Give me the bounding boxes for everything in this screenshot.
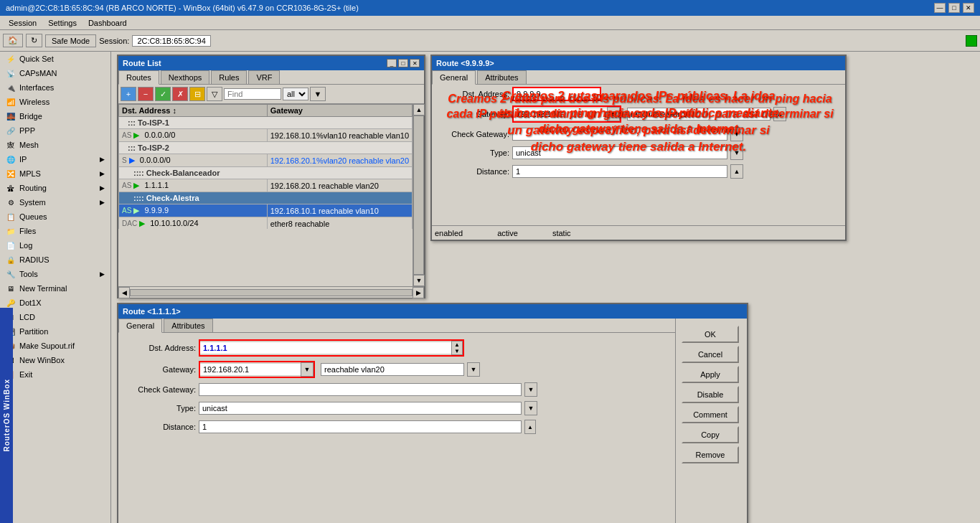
sidebar-item-log[interactable]: 📄 Log — [0, 238, 110, 253]
route-list-minimize[interactable]: _ — [387, 59, 397, 67]
check-gw-input-999[interactable] — [512, 128, 727, 141]
tab-nexthops[interactable]: Nexthops — [161, 70, 209, 84]
sidebar-item-interfaces[interactable]: 🔌 Interfaces — [0, 80, 110, 95]
home-button[interactable]: 🏠 — [3, 34, 23, 47]
title-bar-controls: — □ ✕ — [934, 3, 974, 13]
sidebar-item-quick-set[interactable]: ⚡ Quick Set — [0, 52, 110, 66]
sidebar-item-partition[interactable]: 💾 Partition — [0, 324, 110, 339]
sidebar-item-radius[interactable]: 🔒 RADIUS — [0, 253, 110, 267]
hscroll-track[interactable] — [130, 289, 413, 296]
refresh-button[interactable]: ↻ — [26, 34, 42, 47]
table-row[interactable]: AS ▶ 1.1.1.1 192.168.20.1 reachable vlan… — [119, 179, 413, 192]
gateway-right-1111[interactable] — [321, 363, 464, 376]
route-list-maximize[interactable]: □ — [398, 59, 408, 67]
table-row[interactable]: DAC ▶ 10.10.10.0/24 ether8 reachable — [119, 217, 413, 230]
copy-button[interactable]: Copy — [682, 426, 739, 443]
sidebar-item-capsman[interactable]: 📡 CAPsMAN — [0, 66, 110, 80]
sidebar-item-wireless[interactable]: 📶 Wireless — [0, 95, 110, 109]
route-list-close[interactable]: ✕ — [410, 59, 420, 67]
gateway-combo-1111[interactable]: ▼ — [301, 362, 314, 377]
disable-route-button[interactable]: ✗ — [172, 87, 188, 101]
ok-button[interactable]: OK — [682, 326, 739, 343]
sidebar-label-new-terminal: New Terminal — [19, 284, 67, 293]
gateway-input-1111[interactable] — [200, 364, 301, 375]
table-row[interactable]: ::: To-ISP-2 — [119, 142, 413, 154]
sidebar-item-bridge[interactable]: 🌉 Bridge — [0, 109, 110, 123]
sidebar-label-ip: IP — [19, 155, 27, 164]
apply-button[interactable]: Apply — [682, 366, 739, 383]
sidebar-item-make-supout[interactable]: 📦 Make Supout.rif — [0, 339, 110, 353]
dst-address-input-999[interactable] — [514, 88, 600, 100]
hscroll-right[interactable]: ▶ — [413, 287, 424, 298]
sidebar-item-queues[interactable]: 📋 Queues — [0, 209, 110, 224]
close-button[interactable]: ✕ — [963, 3, 974, 13]
find-input[interactable] — [224, 88, 281, 100]
type-input-999[interactable] — [512, 146, 727, 159]
table-row[interactable]: AS ▶ 0.0.0.0/0 192.168.10.1%vlan10 reach… — [119, 129, 413, 142]
tab-routes[interactable]: Routes — [118, 70, 159, 85]
tab-vrf[interactable]: VRF — [248, 70, 280, 84]
enable-route-button[interactable]: ✓ — [155, 87, 171, 101]
table-row[interactable]: AS ▶ 9.9.9.9 192.168.10.1 reachable vlan… — [119, 204, 413, 217]
sidebar-item-ppp[interactable]: 🔗 PPP — [0, 123, 110, 138]
distance-up-999[interactable]: ▲ — [730, 164, 743, 179]
filter-route-button[interactable]: ▽ — [207, 87, 222, 101]
sidebar-item-exit[interactable]: 🚪 Exit — [0, 367, 110, 382]
sidebar-item-new-terminal[interactable]: 🖥 New Terminal — [0, 281, 110, 296]
distance-up-1111[interactable]: ▲ — [524, 420, 536, 434]
copy-route-button[interactable]: ⊟ — [189, 87, 205, 101]
dst-address-input-1111[interactable] — [200, 342, 451, 354]
find-select[interactable]: all — [283, 88, 308, 100]
menu-settings[interactable]: Settings — [42, 17, 83, 29]
vscroll-track[interactable] — [413, 116, 424, 275]
sidebar-item-new-winbox[interactable]: 🗔 New WinBox — [0, 353, 110, 367]
menu-dashboard[interactable]: Dashboard — [83, 17, 133, 29]
tab-1111-attributes[interactable]: Attributes — [164, 319, 212, 332]
gateway-right-combo-1111[interactable]: ▼ — [467, 362, 480, 377]
distance-input-999[interactable] — [512, 165, 727, 178]
find-down-button[interactable]: ▼ — [310, 87, 326, 101]
distance-input-1111[interactable] — [199, 420, 522, 433]
gateway-combo-999[interactable]: ▼ — [607, 107, 620, 121]
tab-999-attributes[interactable]: Attributes — [477, 70, 526, 84]
vscroll-up[interactable]: ▲ — [413, 104, 425, 116]
remove-route-button[interactable]: − — [138, 87, 154, 101]
type-combo-1111[interactable]: ▼ — [524, 401, 537, 415]
maximize-button[interactable]: □ — [948, 3, 960, 13]
type-combo-999[interactable]: ▼ — [730, 146, 743, 160]
sidebar-item-mesh[interactable]: 🕸 Mesh — [0, 138, 110, 152]
gateway-input-999[interactable] — [514, 108, 607, 120]
disable-button[interactable]: Disable — [682, 386, 739, 403]
check-gw-combo-999[interactable]: ▼ — [730, 127, 743, 141]
hscroll-left[interactable]: ◀ — [118, 287, 130, 298]
check-gw-input-1111[interactable] — [199, 383, 522, 396]
sidebar-item-ip[interactable]: 🌐 IP ▶ — [0, 152, 110, 166]
tab-rules[interactable]: Rules — [211, 70, 247, 84]
sidebar-item-mpls[interactable]: 🔀 MPLS ▶ — [0, 166, 110, 181]
safe-mode-button[interactable]: Safe Mode — [45, 34, 96, 47]
tab-1111-general[interactable]: General — [118, 319, 162, 333]
table-row[interactable]: :::: Check-Balanceador — [119, 167, 413, 179]
sidebar-item-routing[interactable]: 🛣 Routing ▶ — [0, 181, 110, 195]
vscroll-down[interactable]: ▼ — [413, 275, 425, 286]
sidebar-item-dot1x[interactable]: 🔑 Dot1X — [0, 296, 110, 310]
comment-button[interactable]: Comment — [682, 406, 739, 423]
minimize-button[interactable]: — — [934, 3, 946, 13]
type-input-1111[interactable] — [199, 402, 522, 415]
dst-vscroll-1111[interactable]: ▲ ▼ — [451, 341, 463, 355]
table-row[interactable]: :::: Check-Alestra — [119, 192, 413, 204]
table-row[interactable]: ::: To-ISP-1 — [119, 117, 413, 129]
sidebar-item-files[interactable]: 📁 Files — [0, 224, 110, 238]
sidebar-item-tools[interactable]: 🔧 Tools ▶ — [0, 267, 110, 281]
table-row[interactable]: S ▶ 0.0.0.0/0 192.168.20.1%vlan20 reacha… — [119, 154, 413, 167]
gateway-right-999[interactable] — [627, 108, 771, 121]
remove-button[interactable]: Remove — [682, 446, 739, 463]
cancel-button[interactable]: Cancel — [682, 346, 739, 363]
menu-session[interactable]: Session — [3, 17, 42, 29]
tab-999-general[interactable]: General — [432, 70, 476, 85]
sidebar-item-lcd[interactable]: 🖥 LCD — [0, 310, 110, 324]
gateway-right-combo-999[interactable]: ▲ — [773, 107, 786, 121]
check-gw-combo-1111[interactable]: ▼ — [524, 382, 537, 397]
add-route-button[interactable]: + — [121, 87, 136, 101]
sidebar-item-system[interactable]: ⚙ System ▶ — [0, 195, 110, 209]
